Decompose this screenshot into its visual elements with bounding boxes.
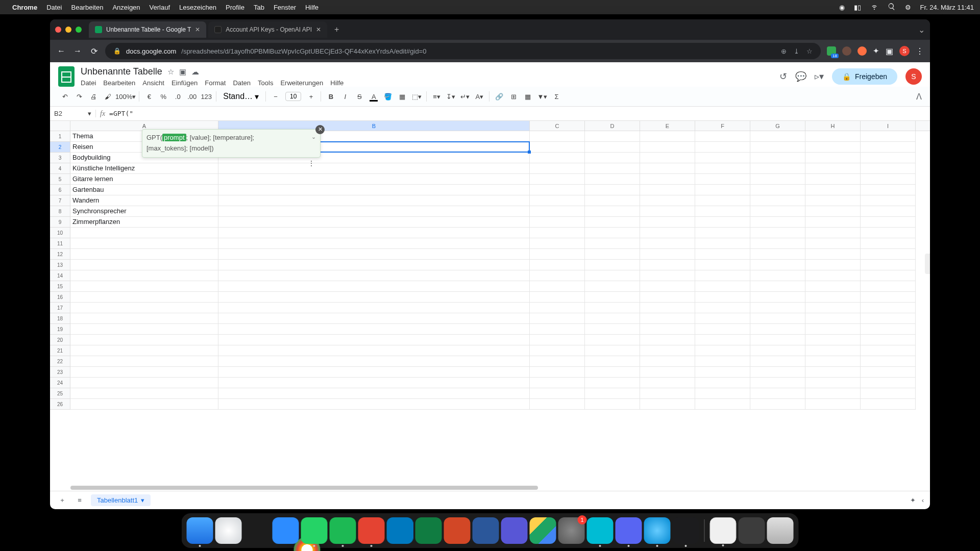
cell[interactable] (861, 238, 916, 249)
cell[interactable] (530, 292, 585, 303)
cell[interactable] (530, 206, 585, 217)
cell[interactable] (640, 356, 695, 367)
search-icon[interactable] (888, 3, 896, 12)
browser-tab-active[interactable]: Unbenannte Tabelle - Google T ✕ (89, 21, 206, 38)
currency-icon[interactable]: € (142, 90, 156, 103)
cell[interactable] (805, 356, 861, 367)
cell[interactable] (861, 174, 916, 185)
cell[interactable] (585, 378, 640, 388)
cell[interactable] (530, 228, 585, 238)
cell[interactable] (585, 142, 640, 153)
cell[interactable] (805, 281, 861, 292)
cell[interactable] (750, 153, 805, 163)
cell[interactable] (805, 142, 861, 153)
cell[interactable] (218, 185, 530, 195)
cell[interactable] (70, 313, 218, 324)
cell[interactable] (530, 303, 585, 313)
cell[interactable] (861, 153, 916, 163)
sheets-menu-datei[interactable]: Datei (81, 79, 96, 87)
cell[interactable] (585, 217, 640, 228)
menu-fenster[interactable]: Fenster (274, 4, 296, 11)
cell[interactable] (695, 399, 750, 410)
cell[interactable] (218, 206, 530, 217)
dock-quicktime-icon[interactable] (644, 517, 671, 544)
filter-icon[interactable]: ▼▾ (535, 90, 549, 103)
cell[interactable] (750, 399, 805, 410)
bold-icon[interactable]: B (324, 90, 337, 103)
sheets-logo-icon[interactable] (58, 66, 75, 87)
font-size-input[interactable]: 10 (285, 92, 301, 101)
link-icon[interactable]: 🔗 (493, 90, 506, 103)
cell[interactable] (861, 142, 916, 153)
row-header[interactable]: 22 (50, 356, 70, 367)
cell[interactable]: Künstliche Intelligenz (70, 163, 218, 174)
cell[interactable] (585, 345, 640, 356)
cell[interactable] (585, 270, 640, 281)
cell[interactable] (750, 356, 805, 367)
rotate-icon[interactable]: A▾ (473, 90, 486, 103)
cell[interactable] (861, 195, 916, 206)
history-icon[interactable]: ↺ (779, 71, 787, 82)
cell[interactable] (585, 206, 640, 217)
meet-icon[interactable]: ▹▾ (815, 71, 824, 82)
cell[interactable] (530, 131, 585, 142)
cell[interactable] (640, 217, 695, 228)
cell[interactable] (861, 345, 916, 356)
dock-settings-icon[interactable]: 1 (558, 517, 585, 544)
nav-reload-icon[interactable]: ⟳ (89, 46, 99, 56)
wifi-icon[interactable] (870, 3, 878, 12)
cell[interactable] (750, 174, 805, 185)
cell[interactable] (530, 142, 585, 153)
cell[interactable] (805, 131, 861, 142)
cell[interactable] (70, 378, 218, 388)
cell[interactable] (640, 345, 695, 356)
cell[interactable] (640, 367, 695, 378)
cell[interactable] (805, 228, 861, 238)
cell[interactable] (585, 195, 640, 206)
halign-icon[interactable]: ≡▾ (430, 90, 443, 103)
cell[interactable] (640, 399, 695, 410)
cell[interactable] (805, 163, 861, 174)
cell[interactable] (585, 281, 640, 292)
extensions-menu-icon[interactable]: ✦ (873, 46, 879, 56)
dock-app-icon[interactable] (739, 517, 765, 544)
cell[interactable] (805, 206, 861, 217)
tab-close-icon[interactable]: ✕ (195, 26, 200, 33)
horizontal-scrollbar[interactable] (70, 486, 921, 491)
cell[interactable] (861, 163, 916, 174)
cell[interactable] (530, 378, 585, 388)
cell[interactable] (640, 185, 695, 195)
cell[interactable] (695, 163, 750, 174)
cell[interactable] (218, 260, 530, 270)
cell[interactable] (640, 228, 695, 238)
cell[interactable] (530, 153, 585, 163)
cell[interactable] (530, 238, 585, 249)
cell[interactable] (695, 335, 750, 345)
cell[interactable] (70, 367, 218, 378)
cell[interactable] (695, 324, 750, 335)
cell[interactable] (70, 356, 218, 367)
cell[interactable] (805, 292, 861, 303)
side-panel-icon[interactable]: ▣ (886, 46, 893, 56)
cell[interactable] (750, 378, 805, 388)
italic-icon[interactable]: I (338, 90, 352, 103)
cell[interactable] (70, 292, 218, 303)
cell[interactable] (750, 313, 805, 324)
col-header[interactable]: I (861, 121, 916, 131)
cell[interactable] (640, 260, 695, 270)
cell[interactable] (640, 238, 695, 249)
cell[interactable] (805, 367, 861, 378)
cell[interactable] (695, 356, 750, 367)
cell[interactable] (640, 313, 695, 324)
zoom-icon[interactable]: ⊕ (781, 47, 787, 55)
cell[interactable] (640, 249, 695, 260)
cell[interactable] (861, 206, 916, 217)
dock-whatsapp-icon[interactable] (301, 517, 328, 544)
chart-icon[interactable]: ▦ (521, 90, 534, 103)
cell[interactable] (695, 228, 750, 238)
dock-voicememos-icon[interactable] (673, 517, 699, 544)
cell[interactable] (861, 399, 916, 410)
row-header[interactable]: 11 (50, 238, 70, 249)
dock-app-icon[interactable] (587, 517, 614, 544)
cell[interactable] (218, 217, 530, 228)
